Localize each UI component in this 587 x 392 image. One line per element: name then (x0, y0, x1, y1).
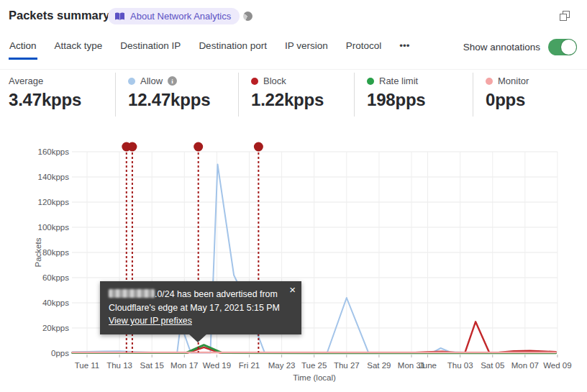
packets-chart: 0pps20kpps40kpps60kpps80kpps100kpps120kp… (0, 140, 587, 392)
svg-text:0pps: 0pps (51, 349, 69, 357)
header: Packets summary About Network Analytics (0, 0, 587, 32)
svg-text:June: June (419, 361, 437, 370)
svg-text:40kpps: 40kpps (42, 298, 69, 307)
tab-ip-version[interactable]: IP version (284, 35, 329, 60)
svg-text:Sat 29: Sat 29 (367, 361, 391, 370)
tab-destination-port[interactable]: Destination port (198, 35, 268, 60)
stat-allow: Allowi12.47kpps (115, 73, 238, 117)
legend-dot-rate-limit (367, 78, 374, 85)
legend-dot-monitor (486, 78, 493, 85)
tabs-row: ActionAttack typeDestination IPDestinati… (0, 35, 587, 62)
svg-text:Mon 17: Mon 17 (170, 361, 198, 370)
network-analytics-panel: Packets summary About Network Analytics … (0, 0, 587, 392)
toggle-knob (561, 40, 576, 55)
redacted-ip-prefix (109, 289, 155, 298)
tooltip-close-icon[interactable]: × (289, 284, 296, 295)
show-annotations-control: Show annotations (463, 39, 577, 55)
stat-value: 1.22kpps (251, 90, 354, 110)
stat-value: 198pps (367, 90, 473, 110)
pie-indicator-icon (243, 12, 252, 21)
svg-text:Thu 27: Thu 27 (334, 361, 360, 370)
stat-value: 0pps (486, 90, 587, 110)
svg-text:140kpps: 140kpps (38, 173, 70, 181)
svg-text:80kpps: 80kpps (42, 248, 69, 257)
svg-text:Tue 25: Tue 25 (301, 361, 327, 370)
window-restore-icon[interactable] (560, 11, 571, 22)
svg-text:Sat 05: Sat 05 (481, 361, 504, 370)
annotation-dot-icon (254, 142, 263, 152)
svg-text:Wed 09: Wed 09 (543, 361, 571, 370)
tab-destination-ip[interactable]: Destination IP (119, 35, 181, 60)
stat-label: Block (263, 76, 286, 86)
svg-text:160kpps: 160kpps (38, 147, 70, 156)
tooltip-link-row: View your IP prefixes (109, 314, 280, 328)
svg-text:Thu 13: Thu 13 (106, 361, 132, 370)
stat-label: Monitor (498, 76, 529, 86)
stat-block: Block1.22kpps (238, 73, 354, 117)
stat-average: Average3.47kpps (0, 73, 115, 117)
stat-rate-limit: Rate limit198pps (354, 73, 473, 117)
stat-value: 12.47kpps (128, 90, 238, 110)
stat-monitor: Monitor0pps (473, 73, 587, 117)
legend-dot-block (251, 78, 258, 85)
about-badge-label: About Network Analytics (130, 11, 231, 22)
stats-row: Average3.47kppsAllowi12.47kppsBlock1.22k… (0, 69, 587, 117)
tab-action[interactable]: Action (9, 35, 37, 60)
svg-text:Tue 11: Tue 11 (75, 361, 100, 370)
svg-text:20kpps: 20kpps (42, 324, 69, 332)
svg-text:60kpps: 60kpps (42, 273, 69, 282)
tab-attack-type[interactable]: Attack type (54, 35, 104, 60)
stat-value: 3.47kpps (9, 90, 115, 110)
tooltip-caret (188, 334, 207, 342)
x-axis-title: Time (local) (293, 373, 336, 382)
stat-label: Average (9, 76, 43, 86)
about-network-analytics-link[interactable]: About Network Analytics (108, 8, 240, 24)
svg-text:Thu 03: Thu 03 (447, 361, 473, 370)
svg-text:Wed 19: Wed 19 (203, 361, 231, 370)
show-annotations-label: Show annotations (463, 42, 540, 53)
svg-text:Sat 15: Sat 15 (140, 361, 164, 370)
tab-more[interactable]: ••• (399, 35, 410, 60)
page-title: Packets summary (9, 9, 109, 22)
svg-text:100kpps: 100kpps (38, 223, 70, 232)
show-annotations-toggle[interactable] (548, 39, 577, 55)
view-ip-prefixes-link[interactable]: View your IP prefixes (109, 316, 192, 326)
annotation-dot-icon (127, 142, 137, 152)
svg-text:Mon 07: Mon 07 (511, 361, 539, 370)
annotation-dot-icon (194, 142, 203, 152)
tooltip-line1: .0/24 has been advertised from (109, 288, 280, 301)
tab-protocol[interactable]: Protocol (345, 35, 383, 60)
legend-dot-allow (128, 78, 135, 85)
stat-label: Rate limit (379, 76, 418, 86)
book-icon (114, 12, 125, 21)
svg-text:May 23: May 23 (268, 361, 296, 370)
axis-labels: 0pps20kpps40kpps60kpps80kpps100kpps120kp… (34, 147, 572, 382)
annotation-tooltip: .0/24 has been advertised from Cloudflar… (100, 281, 301, 334)
tooltip-line2: Cloudflare's edge at May 17, 2021 5:15 P… (109, 301, 280, 315)
svg-text:Fri 21: Fri 21 (239, 361, 260, 370)
chart-area: 0pps20kpps40kpps60kpps80kpps100kpps120kp… (0, 140, 587, 392)
info-icon[interactable]: i (168, 76, 177, 86)
y-axis-title: Packets (34, 237, 42, 267)
tab-bar: ActionAttack typeDestination IPDestinati… (9, 35, 410, 60)
svg-text:120kpps: 120kpps (38, 198, 70, 206)
stat-label: Allow (140, 76, 163, 86)
